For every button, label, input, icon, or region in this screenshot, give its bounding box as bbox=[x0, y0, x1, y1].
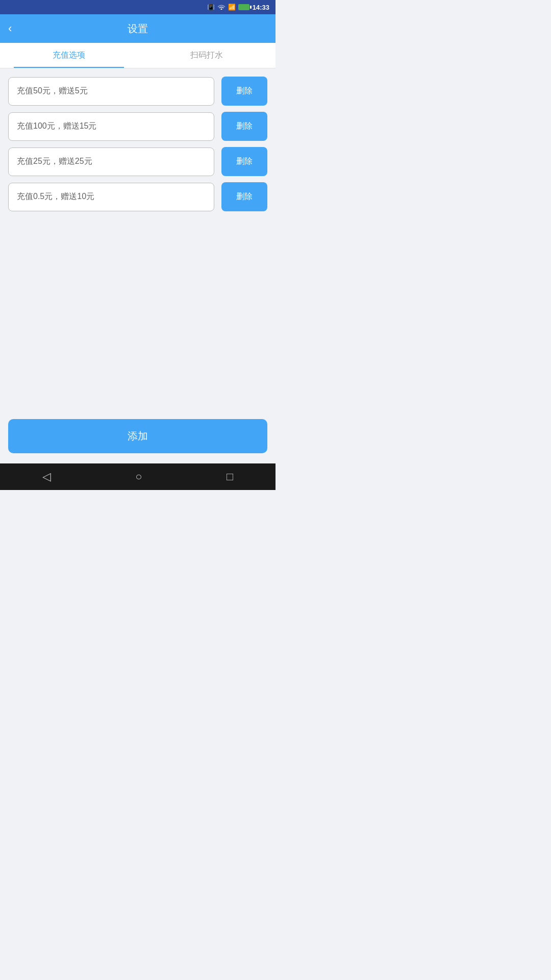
battery-icon bbox=[238, 4, 249, 10]
recharge-input-4[interactable] bbox=[8, 183, 214, 211]
add-button-container: 添加 bbox=[0, 413, 276, 463]
delete-button-2[interactable]: 删除 bbox=[221, 112, 267, 141]
nav-back-icon[interactable]: ◁ bbox=[30, 466, 63, 487]
app-header: ‹ 设置 bbox=[0, 14, 276, 43]
recharge-input-1[interactable] bbox=[8, 77, 214, 106]
delete-button-1[interactable]: 删除 bbox=[221, 77, 267, 106]
vibrate-icon: 📳 bbox=[207, 4, 215, 11]
back-button[interactable]: ‹ bbox=[8, 21, 16, 36]
tab-recharge[interactable]: 充值选项 bbox=[0, 43, 138, 68]
bottom-nav: ◁ ○ □ bbox=[0, 463, 276, 490]
content-area: 删除 删除 删除 删除 bbox=[0, 68, 276, 413]
status-icons: 📳 📶 bbox=[207, 4, 249, 11]
status-time: 14:33 bbox=[253, 4, 269, 11]
nav-home-icon[interactable]: ○ bbox=[123, 466, 154, 487]
delete-button-3[interactable]: 删除 bbox=[221, 147, 267, 176]
recharge-input-2[interactable] bbox=[8, 112, 214, 141]
add-button[interactable]: 添加 bbox=[8, 419, 267, 453]
wifi-icon bbox=[217, 4, 226, 11]
tab-bar: 充值选项 扫码打水 bbox=[0, 43, 276, 68]
recharge-input-3[interactable] bbox=[8, 148, 214, 176]
recharge-item-1: 删除 bbox=[8, 77, 267, 106]
recharge-item-2: 删除 bbox=[8, 112, 267, 141]
recharge-item-3: 删除 bbox=[8, 147, 267, 176]
nav-recent-icon[interactable]: □ bbox=[214, 466, 245, 487]
status-bar: 📳 📶 14:33 bbox=[0, 0, 276, 14]
sim-icon: 📶 bbox=[228, 4, 236, 11]
delete-button-4[interactable]: 删除 bbox=[221, 182, 267, 211]
recharge-item-4: 删除 bbox=[8, 182, 267, 211]
page-title: 设置 bbox=[128, 22, 148, 36]
tab-scan[interactable]: 扫码打水 bbox=[138, 43, 276, 68]
